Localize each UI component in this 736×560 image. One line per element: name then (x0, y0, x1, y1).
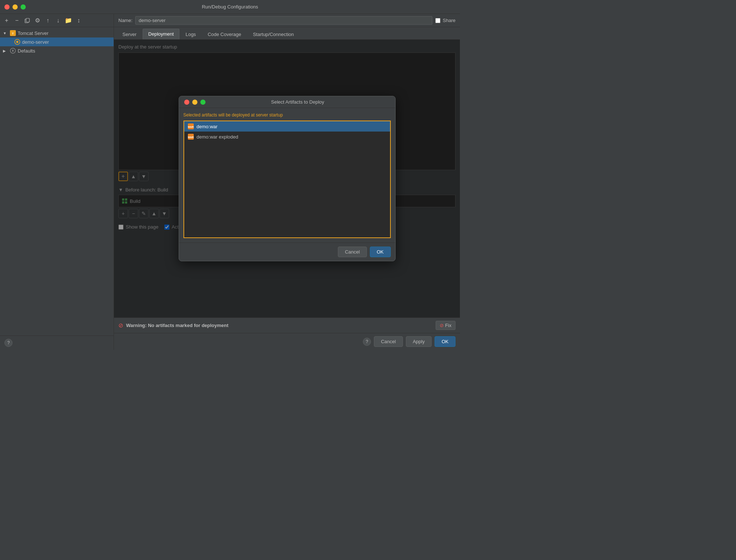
sidebar: + − ⚙ ↑ ↓ 📁 ↕ ▼ T (0, 14, 114, 350)
bottom-buttons: ? Cancel Apply OK (114, 333, 460, 350)
expand-arrow-defaults: ▶ (3, 49, 9, 53)
warning-icon: ⊘ (118, 322, 123, 329)
cancel-button[interactable]: Cancel (374, 336, 403, 347)
modal-artifact-label-1: demo:war exploded (197, 134, 238, 140)
tab-deployment[interactable]: Deployment (143, 29, 179, 39)
select-artifacts-modal: Select Artifacts to Deploy Selected arti… (179, 96, 396, 261)
modal-artifact-item-1[interactable]: WAR demo:war exploded (184, 132, 390, 142)
window-controls (4, 4, 26, 10)
modal-maximize-button[interactable] (200, 100, 206, 105)
fix-warning-icon: ⊘ (440, 323, 444, 328)
main-container: + − ⚙ ↑ ↓ 📁 ↕ ▼ T (0, 14, 460, 350)
move-down-button[interactable]: ↓ (54, 16, 62, 25)
share-checkbox[interactable] (435, 18, 440, 23)
add-configuration-button[interactable]: + (2, 16, 11, 25)
svg-point-5 (16, 41, 18, 43)
svg-text:WAR: WAR (188, 136, 194, 139)
ok-button[interactable]: OK (435, 336, 455, 347)
modal-title: Select Artifacts to Deploy (206, 99, 390, 105)
name-bar: Name: Share (114, 14, 460, 27)
close-button[interactable] (4, 4, 10, 10)
modal-ok-button[interactable]: OK (370, 247, 391, 257)
content-area: Name: Share Server Deployment Logs Code … (114, 14, 460, 350)
copy-configuration-button[interactable] (23, 16, 32, 25)
sidebar-item-defaults[interactable]: ▶ Defaults (0, 46, 114, 55)
name-label: Name: (118, 18, 132, 23)
maximize-button[interactable] (21, 4, 26, 10)
tab-server[interactable]: Server (117, 29, 142, 39)
tab-startup-connection[interactable]: Startup/Connection (247, 29, 299, 39)
tabs-bar: Server Deployment Logs Code Coverage Sta… (114, 27, 460, 40)
tomcat-server-label: Tomcat Server (18, 30, 49, 36)
svg-text:T: T (12, 32, 14, 35)
sidebar-item-tomcat-server[interactable]: ▼ T Tomcat Server (0, 29, 114, 37)
expand-arrow-tomcat: ▼ (3, 31, 9, 35)
war-icon-0: WAR (188, 123, 194, 129)
war-icon-1: WAR (188, 134, 194, 140)
modal-overlay: Select Artifacts to Deploy Selected arti… (114, 40, 460, 317)
svg-text:WAR: WAR (188, 126, 194, 128)
modal-cancel-button[interactable]: Cancel (338, 247, 367, 257)
window-title: Run/Debug Configurations (202, 4, 258, 10)
demo-server-icon (14, 39, 21, 45)
share-label: Share (443, 18, 455, 23)
tab-logs[interactable]: Logs (180, 29, 201, 39)
sidebar-item-demo-server[interactable]: demo-server (0, 37, 114, 46)
modal-footer: Cancel OK (179, 243, 395, 261)
demo-server-label: demo-server (22, 39, 49, 45)
tomcat-icon: T (10, 30, 16, 36)
svg-rect-1 (26, 18, 29, 22)
panel-content: Deploy at the server startup + ▲ ▼ ▼ Bef… (114, 40, 460, 317)
help-button[interactable]: ? (4, 339, 12, 347)
name-input[interactable] (135, 16, 432, 25)
modal-minimize-button[interactable] (192, 100, 197, 105)
settings-button[interactable]: ⚙ (33, 16, 42, 25)
sidebar-toolbar: + − ⚙ ↑ ↓ 📁 ↕ (0, 14, 114, 27)
move-up-button[interactable]: ↑ (43, 16, 52, 25)
warning-text: Warning: No artifacts marked for deploym… (126, 323, 228, 328)
modal-artifact-list: WAR demo:war WAR (183, 121, 391, 238)
fix-button[interactable]: ⊘ Fix (436, 321, 455, 330)
defaults-icon (10, 47, 16, 54)
modal-close-button[interactable] (184, 100, 189, 105)
sidebar-bottom: ? (0, 335, 114, 350)
modal-window-controls (184, 100, 206, 105)
configuration-tree: ▼ T Tomcat Server demo- (0, 27, 114, 335)
apply-button[interactable]: Apply (406, 336, 432, 347)
defaults-label: Defaults (18, 48, 35, 54)
share-area: Share (435, 18, 455, 23)
modal-artifact-item-0[interactable]: WAR demo:war (184, 121, 390, 132)
warning-bar: ⊘ Warning: No artifacts marked for deplo… (114, 317, 460, 333)
modal-body: Selected artifacts will be deployed at s… (179, 108, 395, 243)
modal-artifact-label-0: demo:war (197, 124, 218, 129)
open-folder-button[interactable]: 📁 (64, 16, 73, 25)
title-bar: Run/Debug Configurations (0, 0, 460, 14)
remove-configuration-button[interactable]: − (12, 16, 21, 25)
sort-button[interactable]: ↕ (74, 16, 83, 25)
minimize-button[interactable] (12, 4, 18, 10)
modal-hint: Selected artifacts will be deployed at s… (183, 112, 391, 118)
modal-title-bar: Select Artifacts to Deploy (179, 96, 395, 108)
tab-code-coverage[interactable]: Code Coverage (202, 29, 247, 39)
bottom-help-button[interactable]: ? (363, 338, 371, 346)
